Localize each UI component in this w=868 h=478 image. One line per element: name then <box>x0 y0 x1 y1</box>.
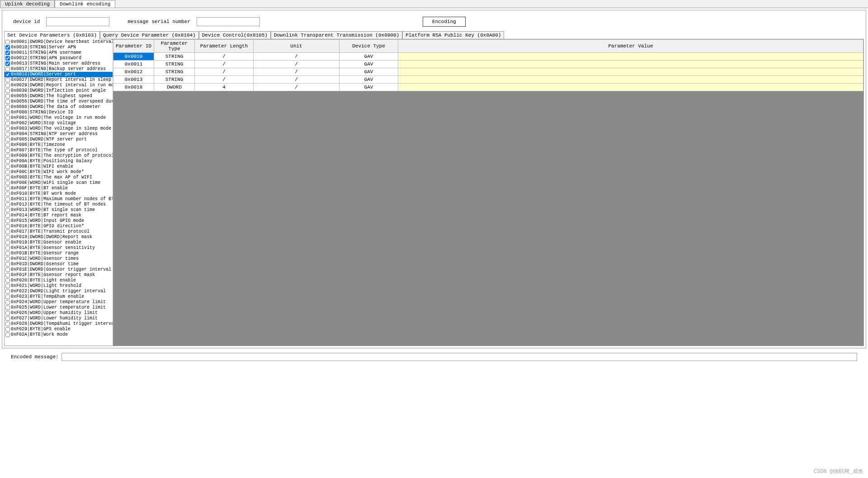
param-checkbox[interactable] <box>5 67 10 71</box>
param-item[interactable]: 0xF00F|BYTE|BT enable <box>5 186 113 191</box>
param-checkbox[interactable] <box>5 192 10 196</box>
table-header[interactable]: Parameter ID <box>113 40 154 53</box>
param-checkbox[interactable] <box>5 83 10 88</box>
param-item[interactable]: 0xF01A|BYTE|Gsensor sensitivity <box>5 245 113 251</box>
param-checkbox[interactable] <box>5 230 10 234</box>
param-checkbox[interactable] <box>5 137 10 142</box>
param-checkbox[interactable] <box>5 116 10 120</box>
param-checkbox[interactable] <box>5 224 10 229</box>
inner-tab-4[interactable]: Platform RSA Public Key (0x8A00) <box>402 31 504 39</box>
param-item[interactable]: 0xF00B|BYTE|WIFI enable <box>5 164 113 169</box>
param-item[interactable]: 0xF01C|WORD|Gsensor times <box>5 256 113 262</box>
table-row[interactable]: 0x0012STRING//GAV <box>113 68 863 76</box>
param-item[interactable]: 0xF004|STRING|NTP server address <box>5 131 113 137</box>
param-item[interactable]: 0xF000|STRING|Device ID <box>5 110 113 115</box>
param-item[interactable]: 0x0010|STRING|Server APN <box>5 45 113 50</box>
table-row[interactable]: 0x0010STRING//GAV <box>113 53 863 61</box>
param-item[interactable]: 0x0055|DWORD|The highest speed <box>5 94 113 99</box>
encoding-button[interactable]: Encoding <box>423 17 466 27</box>
param-checkbox[interactable] <box>5 132 10 136</box>
param-checkbox[interactable] <box>5 175 10 180</box>
inner-tab-1[interactable]: Query Device Parameter (0x8104) <box>100 31 199 39</box>
param-checkbox[interactable] <box>5 219 10 223</box>
device-id-input[interactable] <box>46 17 109 26</box>
param-item[interactable]: 0x0013|STRING|Main server address <box>5 61 113 66</box>
param-item[interactable]: 0xF010|BYTE|BT work mode <box>5 191 113 197</box>
param-item[interactable]: 0xF025|WORD|Lower temperature limit <box>5 305 113 310</box>
param-item[interactable]: 0x0011|STRING|APN username <box>5 50 113 56</box>
table-row[interactable]: 0x0013STRING//GAV <box>113 76 863 84</box>
param-item[interactable]: 0x0030|DWORD|Inflection point angle <box>5 88 113 94</box>
param-checkbox[interactable] <box>5 127 10 131</box>
param-checkbox[interactable] <box>5 240 10 245</box>
param-checkbox[interactable] <box>5 327 10 332</box>
param-item[interactable]: 0x0012|STRING|APN password <box>5 56 113 61</box>
param-checkbox[interactable] <box>5 316 10 321</box>
param-checkbox[interactable] <box>5 89 10 93</box>
param-item[interactable]: 0xF007|BYTE|The type of protocol <box>5 148 113 153</box>
inner-tab-2[interactable]: Device Control(0x8105) <box>199 31 271 39</box>
param-checkbox[interactable] <box>5 186 10 191</box>
table-header[interactable]: Parameter Value <box>398 40 863 53</box>
param-item[interactable]: 0xF001|WORD|The voltage in run mode <box>5 115 113 121</box>
param-item[interactable]: 0xF013|WORD|BT single scan time <box>5 207 113 213</box>
param-checkbox[interactable] <box>5 56 10 61</box>
param-item[interactable]: 0x0018|DWORD|Server port <box>5 72 113 77</box>
table-cell[interactable] <box>398 53 863 61</box>
param-checkbox[interactable] <box>5 154 10 158</box>
param-item[interactable]: 0xF014|BYTE|BT report mask <box>5 213 113 218</box>
param-item[interactable]: 0xF017|BYTE|Transmit protocol <box>5 229 113 234</box>
table-cell[interactable] <box>398 76 863 84</box>
param-checkbox[interactable] <box>5 213 10 218</box>
table-row[interactable]: 0x0011STRING//GAV <box>113 61 863 68</box>
param-item[interactable]: 0xF009|BYTE|The encryption of protocol <box>5 153 113 159</box>
param-item[interactable]: 0xF01F|BYTE|Gsensor report mask <box>5 272 113 278</box>
param-checkbox[interactable] <box>5 148 10 153</box>
param-checkbox[interactable] <box>5 159 10 164</box>
param-item[interactable]: 0x0027|DWORD|Report interval in sleep mo… <box>5 77 113 83</box>
param-checkbox[interactable] <box>5 273 10 277</box>
param-checkbox[interactable] <box>5 61 10 66</box>
param-item[interactable]: 0xF01B|BYTE|Gsensor range <box>5 251 113 256</box>
param-item[interactable]: 0xF011|BYTE|Maximum number nodes of BT <box>5 197 113 202</box>
param-checkbox[interactable] <box>5 278 10 283</box>
param-checkbox[interactable] <box>5 105 10 109</box>
table-cell[interactable] <box>398 84 863 91</box>
param-item[interactable]: 0xF002|WORD|Stop voltage <box>5 121 113 126</box>
param-checkbox[interactable] <box>5 110 10 115</box>
param-item[interactable]: 0x0080|DWORD|The data of odometer <box>5 104 113 110</box>
param-item[interactable]: 0xF024|WORD|Upper temperature limit <box>5 300 113 305</box>
main-tab-1[interactable]: Downlink encoding <box>55 0 115 8</box>
param-checkbox[interactable] <box>5 322 10 326</box>
param-item[interactable]: 0x0001|DWORD|Device heartbeat interval <box>5 39 113 45</box>
table-row[interactable]: 0x0018DWORD4/GAV <box>113 84 863 91</box>
table-header[interactable]: Parameter Type <box>154 40 195 53</box>
param-checkbox[interactable] <box>5 202 10 207</box>
param-checkbox[interactable] <box>5 45 10 50</box>
param-item[interactable]: 0xF022|DWORD|Light trigger interval <box>5 289 113 294</box>
param-item[interactable]: 0xF016|BYTE|GPIO direction* <box>5 224 113 229</box>
param-checkbox[interactable] <box>5 246 10 250</box>
param-item[interactable]: 0xF029|BYTE|GPS enable <box>5 327 113 332</box>
param-item[interactable]: 0xF006|BYTE|Timezone <box>5 142 113 148</box>
main-tab-0[interactable]: Uplink decoding <box>0 0 55 8</box>
param-checkbox[interactable] <box>5 262 10 267</box>
param-checkbox[interactable] <box>5 305 10 310</box>
param-checkbox[interactable] <box>5 235 10 239</box>
param-item[interactable]: 0xF019|BYTE|Gsensor enable <box>5 240 113 245</box>
table-cell[interactable] <box>398 61 863 68</box>
param-checkbox[interactable] <box>5 289 10 294</box>
parameter-list[interactable]: 0x0001|DWORD|Device heartbeat interval0x… <box>5 39 113 346</box>
param-checkbox[interactable] <box>5 311 10 315</box>
param-item[interactable]: 0xF02A|BYTE|Work mode <box>5 332 113 337</box>
param-checkbox[interactable] <box>5 300 10 305</box>
table-header[interactable]: Device Type <box>340 40 398 53</box>
param-checkbox[interactable] <box>5 170 10 174</box>
param-checkbox[interactable] <box>5 251 10 256</box>
param-item[interactable]: 0xF015|WORD|Input GPIO mode <box>5 218 113 224</box>
table-header[interactable]: Parameter Length <box>195 40 254 53</box>
param-checkbox[interactable] <box>5 257 10 261</box>
param-item[interactable]: 0xF012|BYTE|The timeout of BT nodes <box>5 202 113 207</box>
table-cell[interactable] <box>398 68 863 76</box>
param-checkbox[interactable] <box>5 143 10 147</box>
